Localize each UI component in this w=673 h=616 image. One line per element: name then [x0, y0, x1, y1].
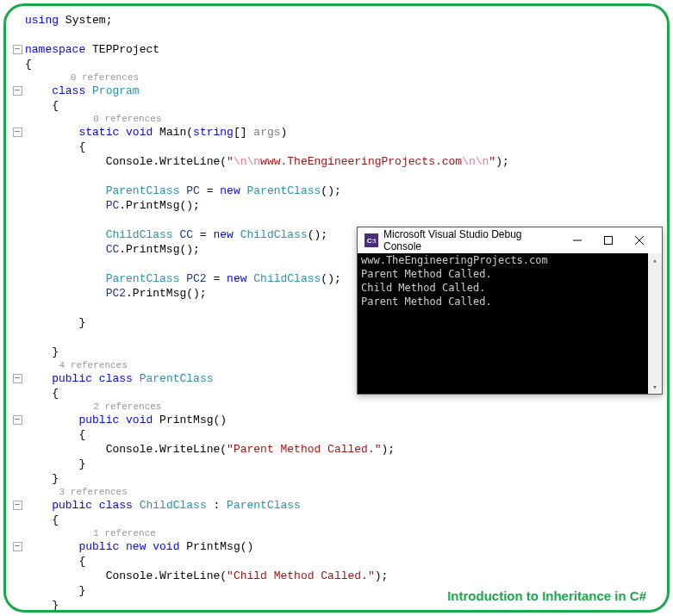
- scroll-down-icon[interactable]: ▾: [648, 380, 662, 394]
- keyword: using: [25, 14, 59, 27]
- scroll-up-icon[interactable]: ▴: [648, 253, 662, 267]
- collapse-toggle-icon[interactable]: −: [13, 45, 22, 54]
- console-line: Child Method Called.: [361, 281, 658, 295]
- console-line: Parent Method Called.: [361, 295, 658, 308]
- console-scrollbar[interactable]: ▴ ▾: [648, 253, 662, 394]
- editor-frame: − − − − −: [3, 3, 670, 613]
- console-output[interactable]: www.TheEngineeringProjects.com Parent Me…: [358, 253, 662, 394]
- maximize-button[interactable]: [593, 228, 624, 252]
- close-button[interactable]: [624, 228, 655, 252]
- collapse-toggle-icon[interactable]: −: [13, 128, 22, 137]
- outline-gutter: − − − − −: [9, 13, 25, 613]
- svg-rect-1: [605, 237, 613, 245]
- collapse-toggle-icon[interactable]: −: [13, 542, 22, 551]
- console-line: Parent Method Called.: [361, 267, 658, 281]
- collapse-toggle-icon[interactable]: −: [13, 374, 22, 383]
- console-app-icon: C:\: [365, 233, 378, 247]
- collapse-toggle-icon[interactable]: −: [13, 415, 22, 425]
- collapse-toggle-icon[interactable]: −: [13, 501, 22, 510]
- minimize-button[interactable]: [562, 228, 593, 252]
- console-titlebar[interactable]: C:\ Microsoft Visual Studio Debug Consol…: [358, 227, 662, 253]
- collapse-toggle-icon[interactable]: −: [13, 86, 22, 96]
- image-caption: Introduction to Inheritance in C#: [447, 588, 646, 603]
- console-title: Microsoft Visual Studio Debug Console: [383, 228, 562, 252]
- debug-console-window[interactable]: C:\ Microsoft Visual Studio Debug Consol…: [357, 227, 663, 395]
- console-line: www.TheEngineeringProjects.com: [361, 253, 658, 267]
